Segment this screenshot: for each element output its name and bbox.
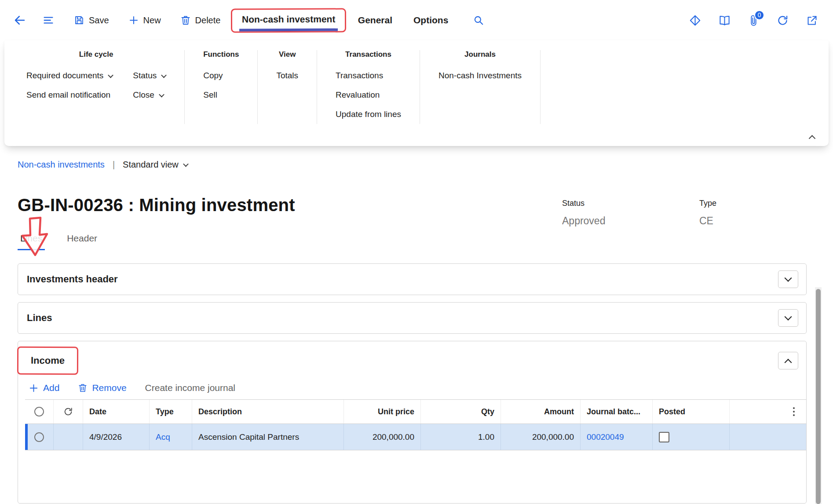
ribbon-group-title: Functions [203, 50, 239, 59]
column-header-amount[interactable]: Amount [501, 400, 581, 424]
chevron-down-icon [159, 91, 164, 97]
trash-icon [78, 383, 88, 393]
save-button[interactable]: Save [74, 15, 109, 26]
back-icon[interactable] [13, 14, 26, 27]
select-all-radio[interactable] [34, 407, 44, 416]
row-refresh-cell [54, 424, 83, 450]
create-income-journal-button[interactable]: Create income journal [145, 383, 235, 393]
ribbon-item-send-email-notification[interactable]: Send email notification [26, 85, 113, 105]
cell-more [730, 424, 806, 450]
column-header-posted[interactable]: Posted [653, 400, 730, 424]
ribbon-collapse-icon[interactable] [810, 133, 815, 141]
column-header-type[interactable]: Type [150, 400, 192, 424]
vertical-scrollbar[interactable] [815, 287, 822, 504]
column-header-unit-price[interactable]: Unit price [344, 400, 421, 424]
delete-button[interactable]: Delete [180, 15, 221, 26]
chevron-down-icon [161, 72, 167, 78]
attachments-icon[interactable]: 0 [748, 15, 759, 26]
row-selection-accent [25, 424, 28, 450]
add-line-button[interactable]: Add [29, 383, 59, 393]
grid-more-cell [730, 400, 806, 424]
ribbon-item-label: Totals [276, 71, 298, 80]
chevron-down-icon [108, 72, 113, 78]
ribbon-group-title: Journals [438, 50, 522, 59]
add-icon [128, 15, 139, 26]
ribbon-item-label: Revaluation [336, 90, 380, 100]
ribbon-item-update-from-lines[interactable]: Update from lines [336, 105, 401, 124]
ribbon-item-transactions[interactable]: Transactions [336, 66, 401, 85]
column-header-journal-batch[interactable]: Journal batc... [581, 400, 653, 424]
ribbon-item-sell[interactable]: Sell [203, 85, 223, 105]
ribbon-item-label: Status [133, 71, 157, 80]
save-label: Save [89, 15, 109, 26]
ribbon-item-required-documents[interactable]: Required documents [26, 66, 113, 85]
annotation-box-income: Income [17, 347, 78, 375]
chevron-up-icon [785, 359, 792, 366]
open-in-new-window-icon[interactable] [806, 15, 818, 26]
ribbon-item-status[interactable]: Status [133, 66, 166, 85]
tab-options[interactable]: Options [413, 15, 448, 26]
ribbon-group-title: View [276, 50, 298, 59]
add-icon [29, 383, 39, 393]
trash-icon [180, 15, 191, 26]
column-header-qty[interactable]: Qty [421, 400, 501, 424]
cell-type: Acq [150, 424, 192, 450]
page-title: GB-IN-00236 : Mining investment [18, 194, 815, 215]
ribbon-group-journals: Journals Non-cash Investments [420, 50, 541, 124]
remove-label: Remove [92, 383, 126, 393]
remove-line-button[interactable]: Remove [78, 383, 126, 393]
ribbon-group-transactions: Transactions Transactions Revaluation Up… [317, 50, 420, 124]
type-value: CE [699, 215, 716, 227]
column-header-date[interactable]: Date [83, 400, 150, 424]
status-value: Approved [562, 215, 605, 227]
ribbon-group-title: Life cycle [26, 50, 166, 59]
book-icon[interactable] [719, 15, 731, 26]
expand-section-button[interactable] [778, 270, 798, 288]
tab-lines[interactable]: Lines [18, 233, 45, 250]
refresh-icon[interactable] [63, 407, 73, 416]
tab-general[interactable]: General [358, 15, 392, 26]
tab-non-cash-investment[interactable]: Non-cash investment [239, 14, 338, 31]
chevron-down-icon [785, 274, 792, 282]
journal-batch-link[interactable]: 00020049 [587, 432, 624, 442]
type-label: Type [699, 199, 716, 208]
ribbon-item-close[interactable]: Close [133, 85, 166, 105]
cell-qty[interactable]: 1.00 [421, 424, 501, 450]
scrollbar-thumb[interactable] [816, 289, 821, 504]
expand-section-button[interactable] [778, 309, 798, 327]
cell-journal-batch: 00020049 [581, 424, 653, 450]
ribbon-item-label: Sell [203, 90, 217, 100]
cell-amount[interactable]: 200,000.00 [501, 424, 581, 450]
column-header-description[interactable]: Description [192, 400, 344, 424]
ribbon-item-copy[interactable]: Copy [203, 66, 223, 85]
new-button[interactable]: New [128, 15, 161, 26]
row-select-radio[interactable] [34, 432, 44, 442]
search-icon[interactable] [473, 15, 484, 26]
type-link[interactable]: Acq [156, 432, 170, 442]
ribbon-item-totals[interactable]: Totals [276, 66, 298, 85]
posted-checkbox[interactable] [659, 432, 669, 442]
personalize-icon[interactable] [689, 15, 701, 26]
grid-header-row: Date Type Description Unit price Qty Amo… [25, 399, 806, 424]
nav-menu-icon[interactable] [42, 14, 55, 26]
view-selector[interactable]: Standard view [123, 160, 188, 170]
table-row[interactable]: 4/9/2026 Acq Ascension Capital Partners … [25, 424, 806, 450]
collapse-section-button[interactable] [778, 352, 798, 369]
ribbon-item-label: Required documents [26, 71, 103, 80]
cell-description[interactable]: Ascension Capital Partners [192, 424, 344, 450]
tab-header[interactable]: Header [64, 233, 100, 250]
breadcrumb-link[interactable]: Non-cash investments [18, 160, 105, 170]
section-title: Investments header [27, 274, 118, 285]
refresh-icon[interactable] [777, 15, 789, 26]
more-options-icon[interactable] [793, 407, 795, 416]
select-all-cell [25, 400, 54, 424]
toolbar-right-icons: 0 [689, 15, 818, 26]
annotation-box-noncash-tab: Non-cash investment [231, 8, 347, 33]
ribbon-group-view: View Totals [258, 50, 317, 124]
ribbon-item-revaluation[interactable]: Revaluation [336, 85, 401, 105]
ribbon-item-label: Close [133, 90, 154, 100]
cell-date[interactable]: 4/9/2026 [83, 424, 150, 450]
ribbon-group-life-cycle: Life cycle Required documents Send email… [13, 50, 185, 124]
cell-unit-price[interactable]: 200,000.00 [344, 424, 421, 450]
ribbon-item-non-cash-investments[interactable]: Non-cash Investments [438, 66, 522, 85]
